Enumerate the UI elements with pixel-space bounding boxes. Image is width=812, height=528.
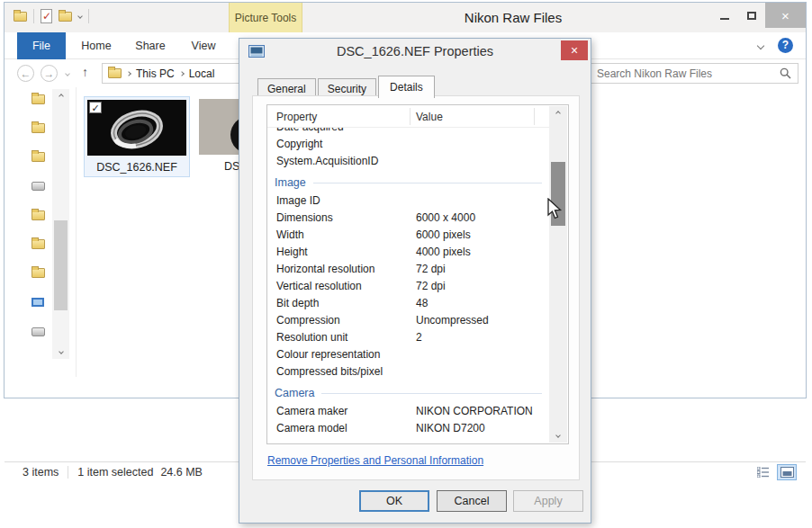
details-tab-page: Property Value Date acquiredCopyrightSys… [252, 95, 580, 480]
remove-properties-link[interactable]: Remove Properties and Personal Informati… [267, 454, 483, 467]
tab-home[interactable]: Home [73, 32, 120, 59]
scroll-down-icon[interactable] [549, 428, 567, 443]
folder-icon[interactable] [32, 239, 45, 249]
up-button[interactable]: ↑ [82, 65, 88, 79]
column-header-value[interactable]: Value [416, 111, 443, 123]
tab-file[interactable]: File [17, 32, 66, 59]
drive-icon[interactable] [32, 182, 45, 191]
selection-checkbox[interactable]: ✓ [89, 102, 102, 113]
properties-shortcut-icon[interactable]: ✓ [41, 9, 52, 23]
ok-button[interactable]: OK [359, 490, 429, 512]
details-view-button[interactable] [753, 464, 773, 480]
details-rows: Date acquiredCopyrightSystem.Acquisition… [267, 128, 549, 443]
folder-icon[interactable] [32, 123, 45, 133]
folder-shortcut-icon[interactable] [59, 12, 72, 22]
nav-icons [32, 94, 45, 337]
file-thumbnail: ✓ [87, 100, 186, 156]
forward-button[interactable]: → [41, 65, 58, 82]
thumbnail-view-button[interactable] [777, 464, 797, 480]
nav-scrollbar-thumb[interactable] [54, 220, 68, 310]
breadcrumb-item-this-pc[interactable]: This PC [136, 67, 175, 80]
minimize-icon [720, 18, 729, 20]
drive-icon[interactable] [32, 327, 45, 336]
check-icon: ✓ [91, 103, 99, 113]
details-scrollbar[interactable] [549, 106, 567, 443]
file-item-dsc-1626[interactable]: ✓ DSC_1626.NEF [84, 96, 190, 177]
scroll-up-icon[interactable] [52, 89, 69, 103]
property-row[interactable]: Compressed bits/pixel [267, 363, 549, 380]
scroll-down-icon[interactable] [52, 345, 69, 359]
details-view-icon [757, 467, 770, 478]
navigation-pane [5, 87, 77, 377]
apply-button: Apply [513, 490, 583, 512]
tab-share[interactable]: Share [127, 32, 174, 59]
screen: ✓ Picture Tools Nikon Raw Files × File H… [0, 0, 812, 528]
property-row[interactable]: Camera makerNIKON CORPORATION [267, 403, 549, 420]
recent-locations-chevron-icon[interactable] [65, 71, 70, 76]
property-row[interactable]: Width6000 pixels [267, 227, 549, 244]
folder-icon[interactable] [32, 210, 45, 220]
scroll-up-icon[interactable] [549, 106, 567, 121]
up-icon: ↑ [82, 65, 88, 79]
breadcrumb-item-local[interactable]: Local [189, 67, 215, 80]
folder-icon[interactable] [32, 268, 45, 278]
pc-icon[interactable] [32, 298, 44, 307]
dialog-title-bar: DSC_1626.NEF Properties × [239, 39, 591, 64]
folder-icon[interactable] [32, 152, 45, 162]
qat-customize-chevron-icon[interactable] [77, 13, 83, 19]
list-header: Property Value [267, 105, 549, 128]
folder-icon[interactable] [32, 94, 45, 104]
cancel-button[interactable]: Cancel [437, 490, 507, 512]
property-row[interactable]: Colour representation [267, 346, 549, 363]
property-row[interactable]: Bit depth48 [267, 295, 549, 312]
search-box [591, 63, 798, 84]
divider [88, 9, 89, 23]
selection-status: 1 item selected [77, 466, 153, 479]
column-divider [534, 108, 535, 125]
details-section-camera: Camera [267, 383, 549, 403]
title-bar: ✓ Picture Tools Nikon Raw Files × [5, 3, 806, 32]
property-row[interactable]: Dimensions6000 x 4000 [267, 210, 549, 227]
quick-access-toolbar: ✓ [14, 9, 89, 23]
search-input[interactable] [591, 67, 780, 80]
back-button[interactable]: ← [17, 65, 34, 82]
property-row[interactable]: Height4000 pixels [267, 244, 549, 261]
property-row[interactable]: Resolution unit2 [267, 329, 549, 346]
property-row[interactable]: Copyright [267, 136, 549, 153]
back-icon: ← [21, 67, 32, 80]
lens-ring-photo [87, 100, 186, 156]
breadcrumb-chevron-icon[interactable] [179, 71, 185, 76]
ribbon-collapse-chevron-icon[interactable] [757, 41, 764, 49]
maximize-button[interactable] [738, 4, 765, 27]
column-header-property[interactable]: Property [276, 111, 317, 123]
window-title: Nikon Raw Files [428, 10, 599, 25]
properties-list: Property Value Date acquiredCopyrightSys… [266, 104, 569, 444]
property-row[interactable]: Image ID [267, 192, 549, 210]
close-button[interactable]: × [765, 3, 806, 28]
dialog-close-button[interactable]: × [561, 40, 588, 60]
property-row[interactable]: Date acquired [267, 128, 549, 136]
mouse-cursor-icon [546, 198, 563, 221]
help-icon[interactable]: ? [778, 38, 793, 53]
properties-dialog: DSC_1626.NEF Properties × General Securi… [239, 38, 591, 524]
tab-view[interactable]: View [181, 32, 226, 59]
column-divider [410, 108, 411, 125]
property-row[interactable]: Camera modelNIKON D7200 [267, 420, 549, 437]
search-icon[interactable] [780, 67, 791, 79]
file-name: DSC_1626.NEF [96, 161, 177, 174]
property-row[interactable]: System.AcquisitionID [267, 153, 549, 170]
breadcrumb-chevron-icon[interactable] [126, 71, 131, 76]
minimize-button[interactable] [711, 4, 738, 27]
property-row[interactable]: CompressionUncompressed [267, 312, 549, 329]
dialog-title: DSC_1626.NEF Properties [239, 44, 591, 58]
close-icon: × [571, 43, 578, 58]
window-controls: × [711, 3, 806, 28]
property-row[interactable]: Vertical resolution72 dpi [267, 278, 549, 295]
details-section-image: Image [267, 173, 549, 192]
nav-scrollbar[interactable] [52, 89, 69, 359]
property-row[interactable]: Horizontal resolution72 dpi [267, 261, 549, 278]
check-icon: ✓ [42, 10, 51, 22]
location-folder-icon [108, 68, 122, 78]
breadcrumb: This PC Local [102, 63, 249, 84]
tab-details[interactable]: Details [378, 76, 435, 98]
